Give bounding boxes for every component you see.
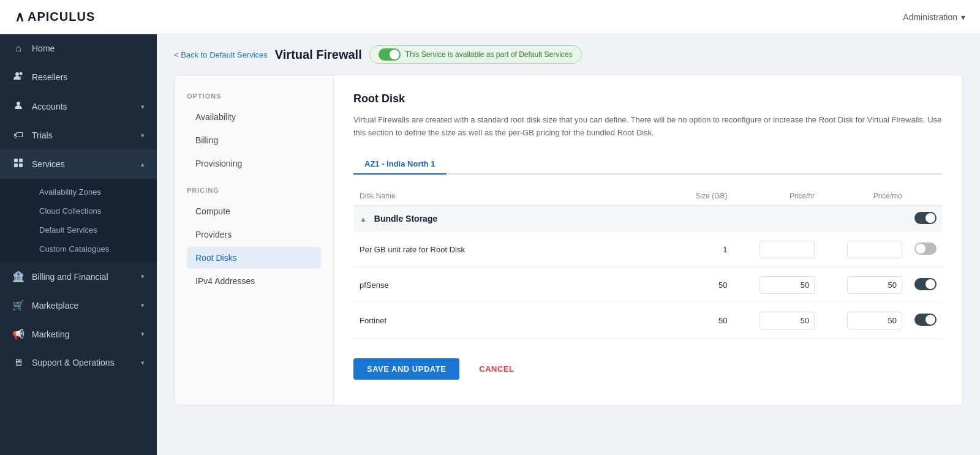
section-desc: Virtual Firewalls are created with a sta… [353,114,943,140]
row-toggle-pfsense [908,267,943,303]
row-pricemo-fortinet [821,303,908,338]
tab-az1[interactable]: AZ1 - India North 1 [353,154,447,175]
price-hr-input-pfsense[interactable] [760,276,815,294]
breadcrumb-bar: < Back to Default Services Virtual Firew… [157,34,980,75]
sidebar-item-label: Billing and Financial [32,272,134,282]
table-row: Per GB unit rate for Root Disk 1 [353,232,943,268]
row-pricehr-fortinet [734,303,821,338]
svg-rect-3 [14,159,18,162]
tab-bar: AZ1 - India North 1 [353,154,943,175]
trials-icon: 🏷 [12,130,24,141]
sidebar-item-default-services[interactable]: Default Services [32,220,157,239]
sidebar-item-label: Accounts [32,102,134,111]
options-section-label: OPTIONS [187,92,321,100]
sidebar-item-services[interactable]: Services ▴ [0,149,157,179]
bundle-chevron-icon: ▲ [360,215,367,224]
svg-point-0 [15,72,19,76]
accounts-icon [12,100,24,113]
card-area: OPTIONS Availability Billing Provisionin… [157,75,980,455]
price-mo-input-pfsense[interactable] [847,276,902,294]
svg-point-1 [20,72,23,75]
chevron-down-icon: ▾ [141,273,145,280]
sidebar-item-label: Support & Operations [32,358,134,367]
col-header-toggle [908,187,943,206]
svg-rect-6 [19,164,23,167]
col-header-disk-name: Disk Name [353,187,665,206]
save-button[interactable]: SAVE AND UPDATE [353,358,459,380]
home-icon: ⌂ [12,43,24,54]
back-link[interactable]: < Back to Default Services [174,50,268,59]
table-row: Fortinet 50 [353,303,943,338]
nav-compute[interactable]: Compute [187,200,321,222]
svg-point-2 [17,102,20,105]
row-pricehr-pfsense [734,267,821,303]
row-size-pfsense: 50 [665,267,733,303]
sidebar-item-label: Services [32,159,134,169]
admin-menu[interactable]: Administration ▾ [903,12,965,22]
sidebar-item-home[interactable]: ⌂ Home [0,34,157,62]
support-icon: 🖥 [12,357,24,368]
row-toggle-pergb [908,232,943,268]
col-header-size: Size (GB) [665,187,733,206]
sidebar-item-label: Marketplace [32,301,134,310]
price-hr-input-pergb[interactable] [760,241,815,258]
nav-root-disks[interactable]: Root Disks [187,247,321,269]
sidebar-item-cloud-collections[interactable]: Cloud Collections [32,201,157,220]
sidebar-item-availability-zones[interactable]: Availability Zones [32,182,157,201]
nav-availability[interactable]: Availability [187,106,321,128]
row-label-pergb: Per GB unit rate for Root Disk [353,232,665,268]
admin-label: Administration [903,12,957,22]
services-icon [12,158,24,170]
app-logo: ∧ APICULUS [15,9,95,25]
chevron-down-icon: ▾ [141,132,145,140]
sidebar-item-label: Trials [32,130,134,140]
row-pricemo-pfsense [821,267,908,303]
chevron-down-icon: ▾ [141,301,145,309]
resellers-icon [12,71,24,83]
cancel-button[interactable]: CANCEL [469,358,524,380]
navbar: ∧ APICULUS Administration ▾ [0,0,980,34]
chevron-up-icon: ▴ [141,160,145,168]
price-mo-input-pergb[interactable] [847,241,902,258]
billing-icon: 🏦 [12,271,24,282]
sidebar-item-trials[interactable]: 🏷 Trials ▾ [0,121,157,149]
sidebar-item-marketplace[interactable]: 🛒 Marketplace ▾ [0,291,157,320]
table-row: pfSense 50 [353,267,943,303]
sidebar-item-label: Home [32,43,145,53]
action-buttons: SAVE AND UPDATE CANCEL [353,358,943,380]
bundle-storage-row: ▲ Bundle Storage [353,205,943,232]
pricing-section-label: PRICING [187,187,321,194]
nav-providers[interactable]: Providers [187,224,321,246]
sidebar-item-custom-catalogues[interactable]: Custom Catalogues [32,239,157,258]
nav-ipv4[interactable]: IPv4 Addresses [187,270,321,292]
bundle-label: ▲ Bundle Storage [353,205,908,232]
sidebar-item-label: Resellers [32,72,145,82]
bundle-toggle-cell [908,205,943,232]
sidebar-item-billing[interactable]: 🏦 Billing and Financial ▾ [0,262,157,291]
svg-rect-5 [14,164,18,167]
service-toggle[interactable] [379,48,401,61]
toggle-pfsense[interactable] [914,278,937,290]
price-mo-input-fortinet[interactable] [847,312,902,329]
sidebar-item-accounts[interactable]: Accounts ▾ [0,92,157,121]
service-availability-badge: This Service is available as part of Def… [369,45,582,64]
toggle-pergb[interactable] [914,243,937,255]
services-submenu: Availability Zones Cloud Collections Def… [0,179,157,262]
section-title: Root Disk [353,92,943,105]
price-hr-input-fortinet[interactable] [760,312,815,329]
nav-provisioning[interactable]: Provisioning [187,152,321,175]
toggle-fortinet[interactable] [914,314,937,326]
row-size-pergb: 1 [665,232,733,268]
sidebar-item-marketing[interactable]: 📢 Marketing ▾ [0,320,157,348]
row-label-pfsense: pfSense [353,267,665,303]
sidebar: ⌂ Home Resellers Accounts ▾ 🏷 Trials ▾ S… [0,34,157,455]
nav-billing[interactable]: Billing [187,129,321,151]
sidebar-item-label: Marketing [32,329,134,339]
sidebar-item-support[interactable]: 🖥 Support & Operations ▾ [0,348,157,377]
row-toggle-fortinet [908,303,943,338]
bundle-toggle[interactable] [914,212,937,224]
sidebar-item-resellers[interactable]: Resellers [0,62,157,92]
logo-icon: ∧ [15,9,25,25]
row-pricemo-pergb [821,232,908,268]
row-size-fortinet: 50 [665,303,733,338]
